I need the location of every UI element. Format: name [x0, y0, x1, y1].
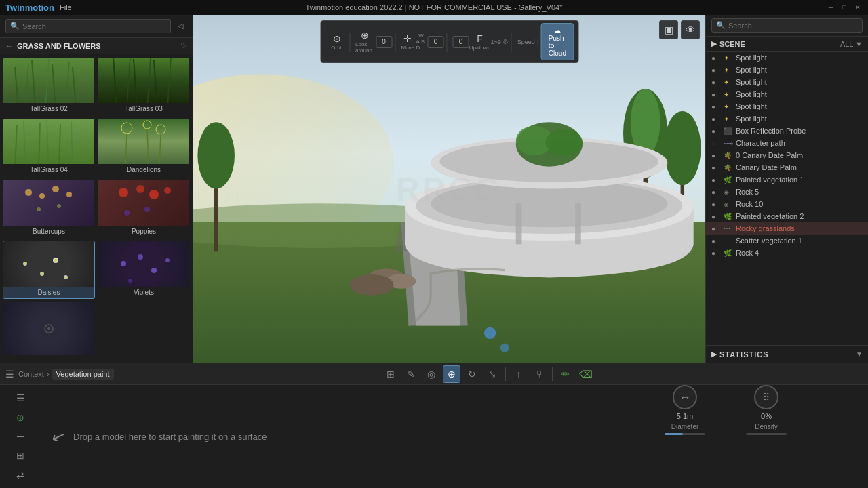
- diameter-slider-fill: [665, 433, 683, 435]
- list-item[interactable]: Violets: [98, 241, 190, 299]
- slider-button[interactable]: ─: [11, 429, 30, 444]
- search-bar[interactable]: 🔍: [5, 19, 171, 33]
- menu-bar: File: [60, 3, 72, 12]
- density-icon[interactable]: ⠿: [754, 385, 778, 409]
- layers-button[interactable]: ☰: [11, 390, 30, 405]
- viewport[interactable]: RRCG ⊙ Orbit ⊕ Look around ✛ Move: [193, 15, 705, 363]
- density-slider[interactable]: [746, 433, 787, 435]
- arrows-button[interactable]: ⇄: [11, 468, 30, 483]
- push-to-cloud-button[interactable]: ☁ Push to Cloud: [541, 23, 574, 60]
- svg-line-10: [147, 58, 151, 103]
- rotate-button[interactable]: ↻: [463, 365, 481, 383]
- favorite-button[interactable]: ♡: [180, 41, 187, 50]
- settings-icon[interactable]: ⚙: [502, 38, 509, 45]
- menu-file[interactable]: File: [60, 3, 72, 12]
- list-item[interactable]: TallGrass 04: [3, 118, 95, 176]
- up-button[interactable]: ↑: [510, 365, 528, 383]
- crosshair-button[interactable]: ⊕: [443, 365, 460, 383]
- list-item[interactable]: ● ⋯ Scatter vegetation 1: [706, 235, 868, 247]
- visibility-icon[interactable]: ●: [711, 127, 721, 135]
- collapse-panel-button[interactable]: ◁: [174, 20, 187, 33]
- list-item[interactable]: ● ◈ Rock 10: [706, 198, 868, 210]
- visibility-icon[interactable]: ●: [711, 249, 721, 257]
- list-item[interactable]: ● ✦ Spot light: [706, 100, 868, 113]
- look-value-input[interactable]: [376, 36, 392, 48]
- visibility-icon[interactable]: ○: [711, 140, 721, 147]
- pencil-button[interactable]: ✎: [402, 365, 420, 383]
- visibility-icon[interactable]: ●: [711, 152, 721, 159]
- branch-button[interactable]: ⑂: [530, 365, 548, 383]
- list-item[interactable]: Dandelions: [98, 118, 190, 176]
- list-item[interactable]: ● ✦ Spot light: [706, 64, 868, 76]
- circle-button[interactable]: ◎: [422, 365, 440, 383]
- item-label: Painted vegetation 2: [736, 212, 863, 220]
- list-item[interactable]: TallGrass 02: [3, 57, 95, 115]
- back-button[interactable]: ←: [5, 42, 13, 50]
- visibility-icon[interactable]: ●: [711, 164, 721, 171]
- visibility-icon[interactable]: ●: [711, 176, 721, 184]
- list-item[interactable]: ● ✦ Spot light: [706, 88, 868, 100]
- thumbnail-tallgrass02: [3, 58, 94, 103]
- list-item[interactable]: ● 🌴 Canary Date Palm: [706, 161, 868, 174]
- scene-expand-icon[interactable]: ▶: [711, 39, 717, 48]
- list-item[interactable]: Buttercups: [3, 179, 95, 237]
- visibility-icon[interactable]: ●: [711, 201, 721, 208]
- list-item[interactable]: ● ⬛ Box Reflection Probe: [706, 125, 868, 137]
- hamburger-button[interactable]: ☰: [5, 369, 14, 380]
- visibility-icon[interactable]: ●: [711, 91, 721, 98]
- list-item[interactable]: [3, 302, 95, 360]
- stats-chevron-icon[interactable]: ▼: [856, 350, 863, 358]
- updown-button[interactable]: F Up/down: [471, 33, 490, 52]
- all-dropdown[interactable]: ALL ▼: [840, 40, 863, 48]
- move-value-input[interactable]: [428, 36, 444, 48]
- breadcrumb-context[interactable]: Context: [18, 370, 44, 378]
- search-input[interactable]: [22, 22, 166, 30]
- list-item[interactable]: ● 🌿 Painted vegetation 2: [706, 210, 868, 222]
- orbit-button[interactable]: ⊙ Orbit: [328, 33, 347, 52]
- diameter-slider[interactable]: [665, 433, 705, 435]
- visibility-icon[interactable]: ●: [711, 213, 721, 220]
- minimize-button[interactable]: ─: [826, 3, 835, 12]
- brush-button[interactable]: ✏: [557, 365, 574, 383]
- list-item[interactable]: TallGrass 03: [98, 57, 190, 115]
- statistics-header[interactable]: ▶ STATISTICS ▼: [706, 346, 868, 363]
- list-item[interactable]: ● ✦ Spot light: [706, 76, 868, 88]
- list-item[interactable]: ● ⋯ Rocky grasslands: [706, 222, 868, 235]
- layout-button[interactable]: ▣: [659, 20, 678, 39]
- visibility-icon[interactable]: ●: [711, 66, 721, 74]
- eye-button[interactable]: 👁: [681, 20, 700, 39]
- list-item[interactable]: ● ◈ Rock 5: [706, 186, 868, 198]
- list-item[interactable]: ● ✦ Spot light: [706, 52, 868, 64]
- right-search-input[interactable]: [728, 22, 858, 30]
- list-item[interactable]: ● 🌿 Painted vegetation 1: [706, 174, 868, 186]
- move-button[interactable]: ✛ Move: [401, 33, 415, 52]
- visibility-icon[interactable]: ●: [711, 115, 721, 123]
- list-item[interactable]: ● 🌴 0 Canary Date Palm: [706, 149, 868, 161]
- visibility-icon[interactable]: ●: [711, 237, 721, 245]
- list-item[interactable]: ○ ⟿ Character path: [706, 137, 868, 149]
- camera-button[interactable]: ⊞: [11, 448, 30, 463]
- veg-paint-button[interactable]: ⊕: [11, 409, 30, 424]
- list-item[interactable]: Poppies: [98, 179, 190, 237]
- visibility-icon[interactable]: ●: [711, 188, 721, 196]
- expand-button[interactable]: ⤡: [484, 365, 501, 383]
- visibility-icon[interactable]: ●: [711, 225, 721, 232]
- visibility-icon[interactable]: ●: [711, 54, 721, 62]
- diameter-label: Diameter: [671, 423, 699, 430]
- list-item[interactable]: Daisies: [3, 241, 95, 299]
- eraser-button[interactable]: ⌫: [577, 365, 595, 383]
- right-search-bar[interactable]: 🔍: [711, 18, 863, 33]
- visibility-icon[interactable]: ●: [711, 103, 721, 110]
- item-label: Box Reflection Probe: [736, 127, 863, 135]
- grid-button[interactable]: ⊞: [382, 365, 399, 383]
- list-item[interactable]: ● 🌿 Rock 4: [706, 247, 868, 259]
- svg-rect-77: [575, 203, 581, 244]
- list-item[interactable]: ● ✦ Spot light: [706, 113, 868, 125]
- maximize-button[interactable]: □: [840, 3, 849, 12]
- updown-value-input[interactable]: [453, 36, 469, 48]
- close-button[interactable]: ✕: [853, 3, 863, 12]
- look-around-button[interactable]: ⊕ Look around: [355, 33, 374, 52]
- stats-expand-icon[interactable]: ▶: [711, 350, 717, 359]
- diameter-icon[interactable]: ↔: [673, 385, 697, 409]
- visibility-icon[interactable]: ●: [711, 79, 721, 86]
